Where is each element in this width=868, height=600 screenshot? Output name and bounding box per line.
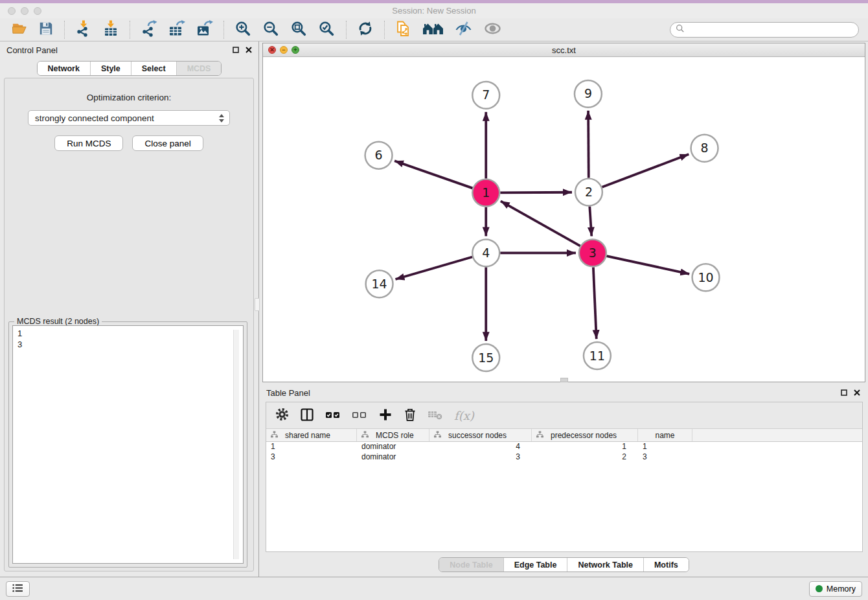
zoom-fit-icon bbox=[290, 20, 308, 40]
edge-3-11[interactable] bbox=[593, 267, 597, 339]
tab-network-table[interactable]: Network Table bbox=[567, 558, 643, 571]
network-maximize-button[interactable]: + bbox=[291, 46, 299, 54]
column-header-name[interactable]: name bbox=[638, 429, 692, 441]
svg-text:1: 1 bbox=[482, 185, 490, 200]
splitter-grip[interactable] bbox=[255, 298, 260, 311]
edge-1-6[interactable] bbox=[394, 161, 472, 188]
delete-column-button[interactable] bbox=[428, 405, 443, 426]
dropdown-selected-value: strongly connected component bbox=[35, 113, 154, 123]
zoom-out-button[interactable] bbox=[257, 19, 285, 40]
tab-motifs[interactable]: Motifs bbox=[643, 558, 689, 571]
function-builder-icon: f(x) bbox=[454, 409, 474, 422]
network-canvas[interactable]: 7968124314101511 bbox=[263, 58, 865, 382]
network-minimize-button[interactable]: − bbox=[280, 46, 288, 54]
show-all-icon bbox=[483, 20, 502, 39]
graph-node-6[interactable]: 6 bbox=[365, 142, 393, 169]
graph-node-8[interactable]: 8 bbox=[691, 135, 718, 162]
close-panel-button[interactable]: Close panel bbox=[132, 135, 203, 151]
close-panel-icon[interactable] bbox=[854, 388, 860, 398]
tab-select[interactable]: Select bbox=[131, 62, 176, 75]
import-network-button[interactable] bbox=[70, 19, 97, 40]
table-row[interactable]: 3 dominator 3 2 3 bbox=[266, 452, 862, 463]
table-toolbar: f(x) bbox=[266, 402, 862, 428]
add-icon bbox=[378, 408, 393, 424]
edge-1-2[interactable] bbox=[500, 192, 572, 193]
run-mcds-button[interactable]: Run MCDS bbox=[54, 135, 123, 151]
tab-mcds[interactable]: MCDS bbox=[176, 62, 222, 75]
float-panel-icon[interactable] bbox=[841, 388, 847, 398]
tab-network[interactable]: Network bbox=[38, 62, 90, 75]
mcds-result-group: MCDS result (2 nodes) 1 3 bbox=[8, 321, 247, 568]
add-column-button[interactable] bbox=[378, 405, 393, 426]
clone-network-button[interactable] bbox=[390, 19, 417, 40]
memory-button[interactable]: Memory bbox=[809, 581, 862, 597]
table-row[interactable]: 1 dominator 4 1 1 bbox=[266, 442, 862, 452]
tab-node-table[interactable]: Node Table bbox=[439, 558, 503, 571]
search-input[interactable] bbox=[688, 25, 853, 34]
open-session-button[interactable] bbox=[6, 19, 33, 40]
table-settings-button[interactable] bbox=[275, 405, 289, 426]
column-header-successor-nodes[interactable]: successor nodes bbox=[429, 429, 532, 441]
edge-4-14[interactable] bbox=[395, 257, 472, 280]
graph-node-4[interactable]: 4 bbox=[472, 239, 499, 266]
column-header-shared-name[interactable]: shared name bbox=[266, 429, 357, 441]
application-window: Session: New Session bbox=[0, 0, 868, 600]
graph-node-11[interactable]: 11 bbox=[584, 342, 611, 369]
task-history-button[interactable] bbox=[6, 581, 30, 597]
column-header-mcds-role[interactable]: MCDS role bbox=[357, 429, 429, 441]
optimization-criterion-label: Optimization criterion: bbox=[5, 93, 253, 102]
delete-row-button[interactable] bbox=[404, 405, 417, 426]
node-table: shared name MCDS role successor nodes pr… bbox=[266, 428, 862, 551]
refresh-button[interactable] bbox=[352, 19, 379, 40]
tab-edge-table[interactable]: Edge Table bbox=[503, 558, 567, 571]
cell-name: 1 bbox=[638, 442, 692, 452]
network-close-button[interactable]: ✕ bbox=[268, 46, 276, 54]
toolbar-separator bbox=[223, 21, 224, 39]
edge-2-8[interactable] bbox=[602, 154, 689, 187]
tab-style[interactable]: Style bbox=[90, 62, 131, 75]
float-panel-icon[interactable] bbox=[233, 45, 239, 55]
edge-3-1[interactable] bbox=[501, 201, 580, 246]
unselect-all-button[interactable] bbox=[352, 405, 367, 426]
graph-node-10[interactable]: 10 bbox=[692, 264, 720, 291]
close-panel-icon[interactable] bbox=[246, 45, 252, 55]
result-scrollbar[interactable] bbox=[233, 330, 239, 559]
control-panel-title: Control Panel bbox=[6, 45, 58, 55]
search-field[interactable] bbox=[670, 22, 859, 38]
edge-2-3[interactable] bbox=[589, 206, 591, 236]
export-table-button[interactable] bbox=[163, 19, 190, 40]
hide-selected-button[interactable] bbox=[449, 19, 478, 40]
edge-3-10[interactable] bbox=[606, 256, 689, 274]
svg-text:8: 8 bbox=[701, 141, 709, 155]
select-all-button[interactable] bbox=[325, 405, 341, 426]
window-resize-grip[interactable] bbox=[560, 378, 568, 382]
zoom-in-button[interactable] bbox=[229, 19, 257, 40]
graph-node-15[interactable]: 15 bbox=[472, 344, 499, 371]
import-table-button[interactable] bbox=[97, 19, 124, 40]
show-all-button[interactable] bbox=[478, 19, 507, 40]
edge-2-9[interactable] bbox=[588, 111, 589, 178]
mcds-result-text[interactable]: 1 3 bbox=[12, 325, 244, 564]
memory-status-icon bbox=[816, 585, 823, 592]
save-session-button[interactable] bbox=[33, 19, 59, 40]
mcds-panel: Optimization criterion: strongly connect… bbox=[4, 78, 254, 571]
column-header-predecessor-nodes[interactable]: predecessor nodes bbox=[532, 429, 638, 441]
delete-column-icon bbox=[428, 408, 443, 423]
function-builder-button[interactable]: f(x) bbox=[454, 405, 474, 426]
graph-node-14[interactable]: 14 bbox=[366, 270, 393, 297]
graph-node-7[interactable]: 7 bbox=[472, 82, 499, 109]
show-columns-button[interactable] bbox=[300, 405, 314, 426]
column-tree-icon bbox=[361, 431, 369, 440]
zoom-fit-button[interactable] bbox=[285, 19, 313, 40]
export-network-button[interactable] bbox=[135, 19, 163, 40]
network-window-titlebar[interactable]: scc.txt ✕ − + bbox=[263, 43, 865, 57]
graph-node-3[interactable]: 3 bbox=[579, 239, 606, 266]
optimization-criterion-dropdown[interactable]: strongly connected component bbox=[28, 110, 230, 126]
column-tree-icon bbox=[271, 431, 278, 440]
graph-node-2[interactable]: 2 bbox=[575, 179, 602, 206]
graph-node-9[interactable]: 9 bbox=[575, 80, 602, 108]
export-image-button[interactable] bbox=[190, 19, 218, 40]
graph-node-1[interactable]: 1 bbox=[472, 179, 499, 207]
first-neighbors-button[interactable] bbox=[417, 19, 449, 40]
zoom-selected-button[interactable] bbox=[313, 19, 341, 40]
